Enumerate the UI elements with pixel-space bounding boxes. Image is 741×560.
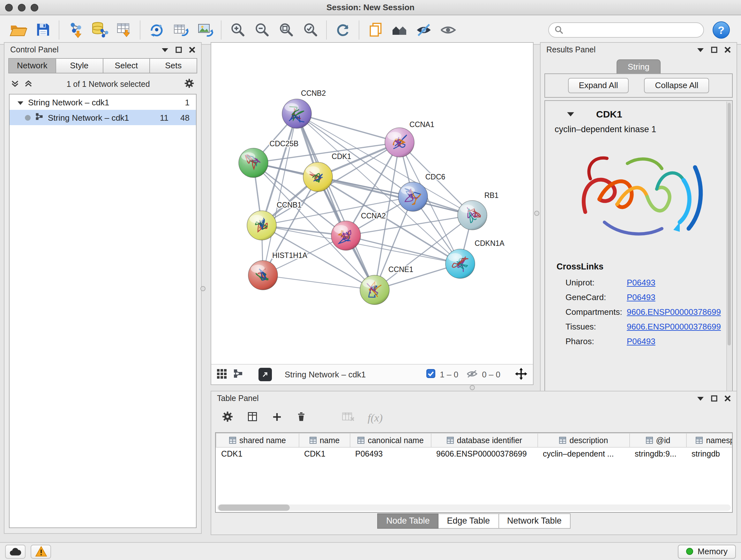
expand-all-tree-icon[interactable] xyxy=(11,79,19,89)
graphics-details-button[interactable] xyxy=(412,17,436,42)
table-cell[interactable]: CDK1 xyxy=(216,447,299,461)
table-cell[interactable]: cyclin–dependent ... xyxy=(538,447,630,461)
results-scrollbar-thumb[interactable] xyxy=(728,103,731,346)
hidden-eye-icon[interactable] xyxy=(467,369,477,380)
table-options-gear-icon[interactable] xyxy=(221,411,233,425)
table-row[interactable]: CDK1CDK1P064939606.ENSP00000378699cyclin… xyxy=(216,447,733,461)
zoom-in-button[interactable] xyxy=(225,17,250,42)
crosslink-value[interactable]: P06493 xyxy=(627,336,656,346)
tab-network-table[interactable]: Network Table xyxy=(499,513,570,529)
tab-string[interactable]: String xyxy=(616,59,661,74)
svg-text:CCNE1: CCNE1 xyxy=(388,265,413,273)
section-expander-icon[interactable] xyxy=(567,108,575,119)
collapse-panel-icon[interactable] xyxy=(697,48,704,52)
column-header-database-identifier[interactable]: database identifier xyxy=(431,433,538,447)
search-input[interactable] xyxy=(567,25,697,34)
network-node-CCNB1[interactable] xyxy=(247,211,276,240)
tree-expander-icon[interactable] xyxy=(17,98,23,107)
splitter-grip[interactable] xyxy=(470,385,475,390)
collapse-panel-icon[interactable] xyxy=(161,48,169,52)
network-node-CDC25B[interactable] xyxy=(239,148,268,178)
pan-tool-icon[interactable] xyxy=(515,368,527,381)
copy-document-button[interactable] xyxy=(363,17,387,42)
birdseye-view-button[interactable] xyxy=(387,17,412,42)
tab-sets[interactable]: Sets xyxy=(150,58,198,73)
table-cell[interactable]: stringdb:9... xyxy=(630,447,686,461)
network-node-HIST1H1A[interactable] xyxy=(248,260,278,290)
zoom-out-button[interactable] xyxy=(250,17,274,42)
float-panel-icon[interactable] xyxy=(711,47,718,53)
network-node-CDK1[interactable] xyxy=(303,162,333,192)
table-hscrollbar-thumb[interactable] xyxy=(218,504,290,511)
search-box[interactable] xyxy=(548,22,704,37)
network-node-CDKN1A[interactable] xyxy=(446,249,475,278)
tab-style[interactable]: Style xyxy=(56,58,104,73)
collapse-all-button[interactable]: Collapse All xyxy=(644,78,710,93)
save-session-button[interactable] xyxy=(30,17,55,42)
column-header-name[interactable]: name xyxy=(299,433,350,447)
column-header--id[interactable]: @id xyxy=(630,433,686,447)
apply-layout-button[interactable] xyxy=(331,17,355,42)
zoom-selected-button[interactable] xyxy=(298,17,322,42)
table-cell[interactable]: P06493 xyxy=(350,447,431,461)
view-grid-icon[interactable] xyxy=(217,369,226,380)
memory-button[interactable]: Memory xyxy=(678,544,736,558)
network-canvas[interactable]: CCNB2CCNA1CDC25BCDK1CDC6RB1CCNB1CCNA2CDK… xyxy=(211,43,533,364)
export-image-button[interactable] xyxy=(193,17,217,42)
open-in-window-button[interactable] xyxy=(259,368,272,381)
crosslink-value[interactable]: 9606.ENSP00000378699 xyxy=(627,322,721,331)
table-cell[interactable]: CDK1 xyxy=(299,447,350,461)
cloud-icon xyxy=(9,547,22,556)
show-columns-icon[interactable] xyxy=(246,411,259,425)
column-header-canonical-name[interactable]: canonical name xyxy=(350,433,431,447)
tab-edge-table[interactable]: Edge Table xyxy=(439,513,499,529)
view-network-icon[interactable] xyxy=(233,368,243,381)
import-network-database-button[interactable] xyxy=(87,17,112,42)
tab-node-table[interactable]: Node Table xyxy=(377,513,439,529)
zoom-fit-button[interactable] xyxy=(274,17,298,42)
network-node-CCNB2[interactable] xyxy=(282,99,312,128)
delete-column-icon[interactable] xyxy=(295,411,307,425)
tab-select[interactable]: Select xyxy=(103,58,150,73)
selected-checkbox-icon[interactable] xyxy=(426,369,435,380)
splitter-grip[interactable] xyxy=(534,211,539,216)
open-session-button[interactable] xyxy=(6,17,30,42)
export-table-button[interactable] xyxy=(169,17,193,42)
column-header-description[interactable]: description xyxy=(538,433,630,447)
table-hscrollbar[interactable] xyxy=(217,504,731,511)
table-cell[interactable]: 9606.ENSP00000378699 xyxy=(431,447,538,461)
help-button[interactable]: ? xyxy=(712,20,731,39)
add-column-icon[interactable] xyxy=(271,411,283,425)
close-panel-icon[interactable] xyxy=(724,395,731,401)
close-panel-icon[interactable] xyxy=(189,47,195,53)
collapse-panel-icon[interactable] xyxy=(697,396,704,401)
expand-all-button[interactable]: Expand All xyxy=(568,78,629,93)
warnings-button[interactable] xyxy=(30,544,51,558)
close-panel-icon[interactable] xyxy=(724,47,731,53)
import-network-file-button[interactable] xyxy=(63,17,87,42)
crosslink-value[interactable]: P06493 xyxy=(627,293,656,302)
network-node-CDC6[interactable] xyxy=(398,182,428,211)
table-cell[interactable]: stringdb xyxy=(686,447,733,461)
network-node-RB1[interactable] xyxy=(458,200,487,230)
new-network-button[interactable] xyxy=(144,17,169,42)
network-collection-row[interactable]: String Network – cdk1 1 xyxy=(10,95,196,110)
network-node-CCNE1[interactable] xyxy=(360,275,389,305)
column-label: namespace xyxy=(706,436,733,445)
collapse-all-tree-icon[interactable] xyxy=(24,79,32,89)
crosslink-value[interactable]: P06493 xyxy=(627,278,656,287)
network-row-selected[interactable]: String Network – cdk1 11 48 xyxy=(10,110,196,125)
cloud-button[interactable] xyxy=(5,544,25,558)
crosslink-value[interactable]: 9606.ENSP00000378699 xyxy=(627,307,721,317)
column-header-namespace[interactable]: namespace xyxy=(686,433,733,447)
float-panel-icon[interactable] xyxy=(176,47,182,53)
network-node-CCNA2[interactable] xyxy=(331,221,360,250)
network-options-gear-icon[interactable] xyxy=(184,78,195,91)
import-table-button[interactable] xyxy=(112,17,136,42)
show-hide-button[interactable] xyxy=(436,17,460,42)
splitter-grip[interactable] xyxy=(200,286,205,291)
tab-network[interactable]: Network xyxy=(8,58,56,73)
float-panel-icon[interactable] xyxy=(711,395,718,401)
network-node-CCNA1[interactable] xyxy=(385,128,414,157)
column-header-shared-name[interactable]: shared name xyxy=(216,433,299,447)
